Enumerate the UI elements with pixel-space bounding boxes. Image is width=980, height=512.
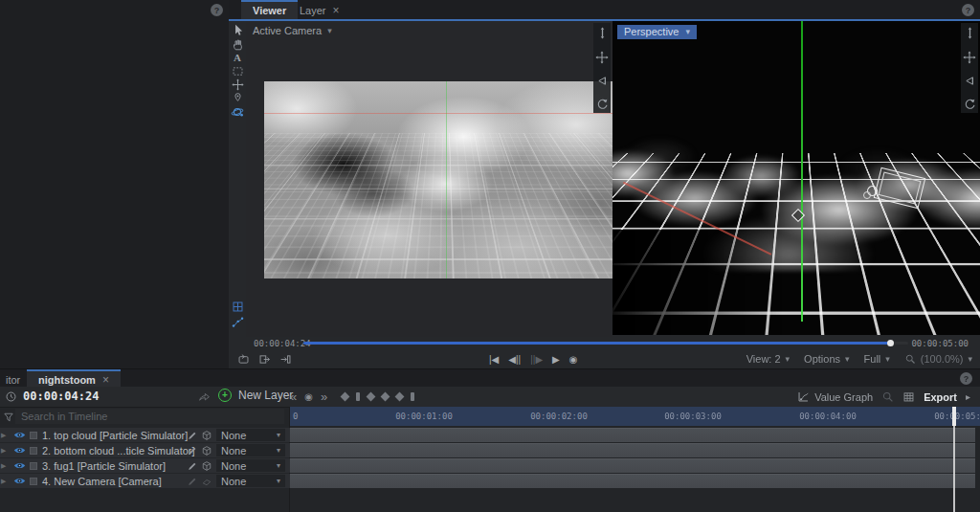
tab-layer[interactable]: Layer × <box>288 0 351 19</box>
visibility-eye-icon[interactable] <box>13 430 26 440</box>
expander-icon[interactable]: ▶ <box>1 447 6 455</box>
text-tool-icon[interactable]: A <box>231 51 244 64</box>
chevron-right-icon[interactable]: ▸ <box>966 391 970 402</box>
expander-icon[interactable]: ▶ <box>1 462 6 470</box>
marquee-tool-icon[interactable] <box>231 64 244 78</box>
orbit-tool-icon[interactable] <box>231 105 244 119</box>
track-bar[interactable] <box>290 474 975 488</box>
render-play-button[interactable]: ◉ <box>569 354 578 365</box>
filter-dropdown[interactable]: None ▾ <box>216 459 285 472</box>
pan-vertical-icon[interactable] <box>964 26 976 40</box>
close-icon[interactable]: × <box>102 373 109 387</box>
motion-path-icon[interactable] <box>231 315 244 328</box>
skip-to-start-button[interactable]: |◀ <box>489 354 499 365</box>
keyframe-ease-icon[interactable] <box>381 392 390 402</box>
pin-tool-icon[interactable] <box>231 91 244 104</box>
scrub-bar[interactable] <box>303 342 908 345</box>
visibility-eye-icon[interactable] <box>13 445 26 456</box>
step-forward-button[interactable]: ||▶ <box>530 354 543 365</box>
zoom-timeline-icon[interactable] <box>881 390 894 403</box>
layer-row[interactable]: ▶ 4. New Camera [Camera] None ▾ <box>0 474 290 488</box>
send-forward-icon[interactable] <box>198 390 211 403</box>
pan-move-icon[interactable] <box>963 51 976 64</box>
move-tool-icon[interactable] <box>231 78 244 91</box>
expander-icon[interactable]: ▶ <box>1 478 6 485</box>
value-graph-button[interactable]: Value Graph <box>797 390 873 403</box>
perspective-select[interactable]: Perspective ▾ <box>617 25 697 39</box>
visibility-eye-icon[interactable] <box>13 476 26 486</box>
solo-checkbox[interactable] <box>30 478 37 485</box>
set-out-icon[interactable] <box>258 353 271 366</box>
viewport-perspective[interactable]: Perspective ▾ <box>612 21 980 335</box>
select-tool-icon[interactable] <box>231 23 244 36</box>
dolly-cone-icon[interactable] <box>964 75 976 87</box>
playhead-handle[interactable] <box>952 407 956 426</box>
pan-move-icon[interactable] <box>595 51 609 64</box>
shape-cube-icon[interactable] <box>201 430 212 441</box>
keyframe-ease-icon[interactable] <box>367 392 376 402</box>
set-in-icon[interactable] <box>279 353 292 366</box>
reset-view-icon[interactable] <box>596 98 609 110</box>
zoom-dropdown[interactable]: (100.0%) ▾ <box>904 353 972 365</box>
shape-cube-icon[interactable] <box>201 460 212 472</box>
keyframe-linear-icon[interactable] <box>411 392 414 401</box>
reset-view-icon[interactable] <box>964 98 976 110</box>
track-bar[interactable] <box>290 443 975 457</box>
layer-row[interactable]: ▶ 1. top cloud [Particle Simulator] None… <box>0 428 290 442</box>
search-input[interactable] <box>15 409 284 424</box>
camera-select[interactable]: Active Camera ▾ <box>253 25 332 36</box>
play-button[interactable]: ▶ <box>552 354 560 365</box>
quality-dropdown[interactable]: Full ▾ <box>864 353 890 365</box>
edit-pencil-icon[interactable] <box>187 430 198 441</box>
playhead-line[interactable] <box>953 426 955 512</box>
track-bar[interactable] <box>290 428 975 442</box>
export-button[interactable]: Export <box>924 391 957 403</box>
help-icon[interactable]: ? <box>211 4 223 16</box>
edit-pencil-icon[interactable] <box>187 460 198 472</box>
render-canvas-camera[interactable] <box>264 81 627 278</box>
dolly-cone-icon[interactable] <box>596 75 609 87</box>
loop-range-icon[interactable] <box>237 353 250 366</box>
solo-checkbox[interactable] <box>30 447 37 455</box>
keyframe-ease-icon[interactable] <box>341 392 350 402</box>
timeline-current-time-field[interactable]: 00:00:04:24 <box>23 390 99 403</box>
shape-plane-icon[interactable] <box>201 476 212 487</box>
filter-dropdown[interactable]: None ▾ <box>216 444 285 456</box>
layer-row[interactable]: ▶ 3. fug1 [Particle Simulator] None ▾ <box>0 458 290 473</box>
layer-row[interactable]: ▶ 2. bottom cloud ...ticle Simulator] No… <box>0 443 290 457</box>
track-bar[interactable] <box>290 458 975 473</box>
tab-editor-truncated[interactable]: itor <box>0 369 26 389</box>
pan-vertical-icon[interactable] <box>596 26 609 40</box>
filter-funnel-icon[interactable] <box>3 412 14 423</box>
help-icon[interactable]: ? <box>960 372 972 385</box>
options-dropdown[interactable]: Options ▾ <box>804 353 849 365</box>
render-grid-icon[interactable] <box>902 390 915 403</box>
solo-checkbox[interactable] <box>30 462 37 470</box>
edit-pencil-icon[interactable] <box>187 445 198 456</box>
ruler-tick-label: 00:00:04:00 <box>799 412 857 421</box>
help-icon[interactable]: ? <box>962 4 974 16</box>
perspective-select-value: Perspective <box>624 26 679 37</box>
scrub-handle[interactable] <box>887 340 894 346</box>
next-keyframe-button[interactable]: » <box>321 390 327 404</box>
visibility-eye-icon[interactable] <box>13 460 26 471</box>
step-back-button[interactable]: ◀|| <box>508 354 521 365</box>
tab-nightstoom[interactable]: nightstoom × <box>27 369 121 389</box>
shape-cube-icon[interactable] <box>201 445 212 456</box>
prev-keyframe-button[interactable]: « <box>290 390 297 404</box>
grid-toggle-icon[interactable] <box>231 300 244 313</box>
solo-checkbox[interactable] <box>30 432 37 439</box>
edit-pencil-icon[interactable] <box>187 476 198 487</box>
close-icon[interactable]: × <box>333 4 340 17</box>
keyframe-ease-icon[interactable] <box>395 392 405 402</box>
expander-icon[interactable]: ▶ <box>1 432 6 439</box>
new-layer-button[interactable]: + New Layer <box>218 389 293 402</box>
viewport-camera[interactable]: Active Camera ▾ <box>246 21 612 337</box>
view-count-dropdown[interactable]: View: 2 ▾ <box>746 353 790 365</box>
timeline-ruler[interactable]: 0 00:00:01:00 00:00:02:00 00:00:03:00 00… <box>290 407 980 426</box>
filter-dropdown[interactable]: None ▾ <box>216 475 285 487</box>
pan-hand-tool-icon[interactable] <box>231 37 244 51</box>
filter-dropdown[interactable]: None ▾ <box>216 429 285 441</box>
add-keyframe-button[interactable]: ◉ <box>304 391 313 402</box>
keyframe-linear-icon[interactable] <box>356 392 360 401</box>
